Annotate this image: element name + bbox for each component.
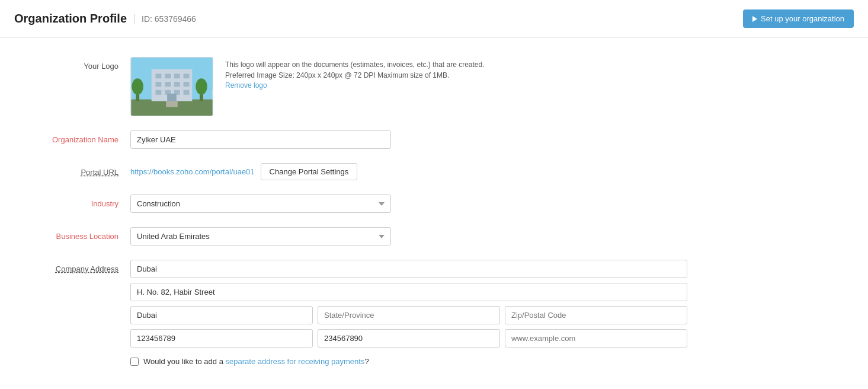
logo-size-text: Preferred Image Size: 240px x 240px @ 72…	[225, 70, 485, 81]
portal-url-content: https://books.zoho.com/portal/uae01 Chan…	[130, 163, 687, 180]
play-icon	[752, 16, 757, 22]
business-location-row: Business Location United Arab Emirates U…	[24, 227, 687, 245]
separate-address-row: Would you like to add a separate address…	[130, 357, 687, 366]
svg-rect-6	[156, 74, 162, 78]
address-contact-row	[130, 329, 687, 347]
industry-select[interactable]: Construction Technology Healthcare Finan…	[130, 194, 391, 213]
svg-rect-9	[184, 74, 190, 78]
svg-rect-21	[166, 101, 178, 107]
business-location-select-wrapper: United Arab Emirates United States India…	[130, 227, 391, 245]
company-address-row: Company Address Would you like to add a …	[24, 260, 687, 366]
phone2-input[interactable]	[318, 329, 500, 347]
industry-row: Industry Construction Technology Healthc…	[24, 194, 687, 213]
portal-url-link[interactable]: https://books.zoho.com/portal/uae01	[130, 167, 255, 176]
industry-content: Construction Technology Healthcare Finan…	[130, 194, 687, 213]
org-name-input[interactable]	[130, 130, 391, 149]
org-name-content	[130, 130, 687, 149]
industry-label: Industry	[24, 194, 130, 208]
svg-rect-12	[174, 82, 180, 87]
change-portal-button[interactable]: Change Portal Settings	[261, 163, 358, 180]
svg-point-20	[196, 78, 207, 94]
header-left: Organization Profile ID: 653769466	[14, 12, 196, 25]
org-name-row: Organization Name	[24, 130, 687, 149]
business-location-content: United Arab Emirates United States India…	[130, 227, 687, 245]
org-id: ID: 653769466	[134, 14, 196, 24]
svg-rect-18	[167, 94, 177, 101]
checkbox-label-start: Would you like to add a	[143, 357, 226, 366]
address-line1-input[interactable]	[130, 260, 687, 278]
company-address-label: Company Address	[24, 260, 130, 273]
svg-rect-8	[174, 74, 180, 78]
logo-label: Your Logo	[24, 57, 130, 71]
logo-info-text: This logo will appear on the documents (…	[225, 59, 485, 70]
svg-rect-10	[156, 82, 162, 87]
svg-rect-7	[165, 74, 171, 78]
portal-url-row: Portal URL https://books.zoho.com/portal…	[24, 163, 687, 180]
zip-input[interactable]	[505, 306, 687, 324]
logo-info: This logo will appear on the documents (…	[225, 57, 485, 90]
org-name-label: Organization Name	[24, 130, 130, 144]
city-input[interactable]	[130, 306, 313, 324]
website-input[interactable]	[505, 329, 687, 347]
phone1-input[interactable]	[130, 329, 313, 347]
logo-content: This logo will appear on the documents (…	[130, 57, 687, 116]
setup-org-button[interactable]: Set up your organization	[743, 9, 854, 28]
setup-button-label: Set up your organization	[761, 14, 844, 23]
logo-box[interactable]	[130, 57, 213, 116]
state-input[interactable]	[318, 306, 500, 324]
svg-rect-14	[156, 90, 162, 95]
separate-address-label: Would you like to add a separate address…	[143, 357, 369, 366]
logo-row: Your Logo	[24, 57, 687, 116]
business-location-select[interactable]: United Arab Emirates United States India…	[130, 227, 391, 245]
separate-address-checkbox[interactable]	[130, 358, 139, 366]
logo-image	[131, 58, 213, 116]
checkbox-label-end: ?	[364, 357, 369, 366]
address-city-row	[130, 306, 687, 324]
page-title: Organization Profile	[14, 12, 127, 25]
svg-rect-13	[184, 82, 190, 87]
portal-url-label: Portal URL	[24, 163, 130, 177]
remove-logo-link[interactable]: Remove logo	[225, 81, 267, 90]
header: Organization Profile ID: 653769466 Set u…	[0, 0, 868, 38]
separate-address-link[interactable]: separate address for receiving payments	[226, 357, 365, 366]
address-line2-input[interactable]	[130, 283, 687, 301]
svg-point-4	[132, 78, 143, 94]
company-address-content: Would you like to add a separate address…	[130, 260, 687, 366]
svg-rect-17	[184, 90, 190, 95]
industry-select-wrapper: Construction Technology Healthcare Finan…	[130, 194, 391, 213]
business-location-label: Business Location	[24, 227, 130, 241]
svg-rect-11	[165, 82, 171, 87]
content-area: Your Logo	[0, 38, 711, 389]
